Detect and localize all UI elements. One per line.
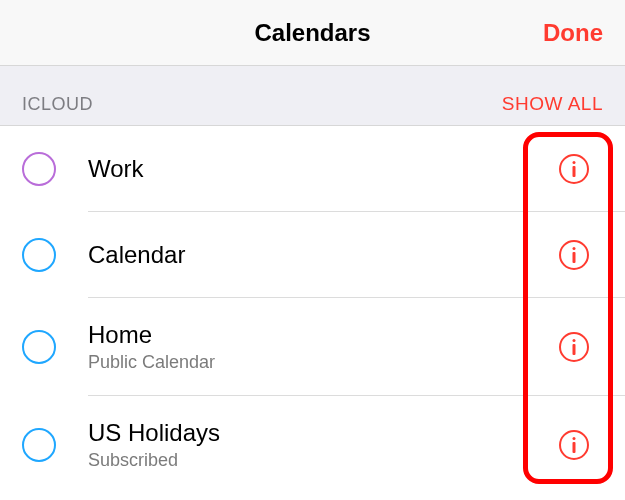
row-text: Work: [88, 155, 559, 184]
section-header: ICLOUD SHOW ALL: [0, 66, 625, 126]
calendar-subtitle: Public Calendar: [88, 352, 559, 373]
row-text: Calendar: [88, 241, 559, 270]
calendar-list: Work Calendar Home Public Calendar US Ho…: [0, 126, 625, 494]
info-icon[interactable]: [559, 332, 589, 362]
show-all-button[interactable]: SHOW ALL: [502, 93, 603, 115]
info-icon[interactable]: [559, 240, 589, 270]
calendar-name: Home: [88, 321, 559, 350]
calendar-name: US Holidays: [88, 419, 559, 448]
checkbox-circle[interactable]: [22, 152, 56, 186]
calendar-row-calendar[interactable]: Calendar: [0, 212, 625, 298]
calendar-subtitle: Subscribed: [88, 450, 559, 471]
calendar-name: Calendar: [88, 241, 559, 270]
checkbox-circle[interactable]: [22, 428, 56, 462]
page-title: Calendars: [254, 19, 370, 47]
calendar-row-home[interactable]: Home Public Calendar: [0, 298, 625, 396]
calendar-row-work[interactable]: Work: [0, 126, 625, 212]
navbar: Calendars Done: [0, 0, 625, 66]
info-icon[interactable]: [559, 154, 589, 184]
checkbox-circle[interactable]: [22, 238, 56, 272]
row-text: Home Public Calendar: [88, 321, 559, 373]
calendar-row-us-holidays[interactable]: US Holidays Subscribed: [0, 396, 625, 494]
info-icon[interactable]: [559, 430, 589, 460]
row-text: US Holidays Subscribed: [88, 419, 559, 471]
done-button[interactable]: Done: [543, 19, 603, 47]
calendar-name: Work: [88, 155, 559, 184]
section-label-icloud: ICLOUD: [22, 94, 93, 115]
checkbox-circle[interactable]: [22, 330, 56, 364]
